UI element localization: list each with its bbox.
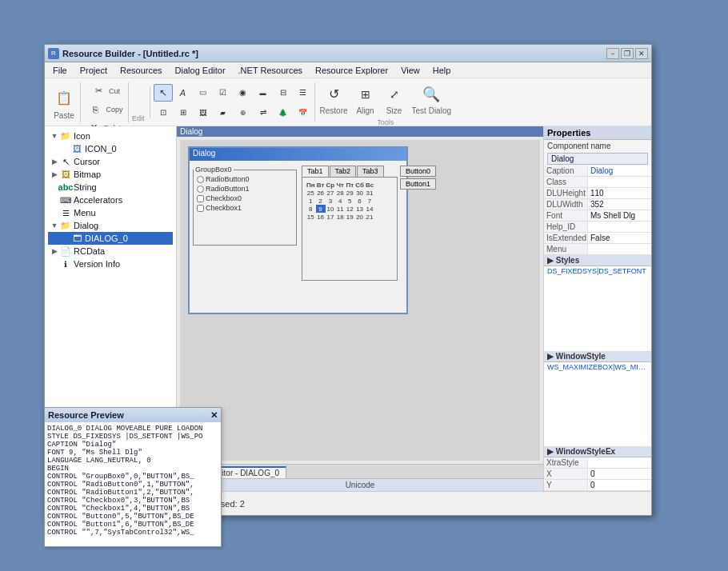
edit-tool[interactable] bbox=[254, 84, 273, 102]
tree-icon-0[interactable]: 🖼 ICON_0 bbox=[48, 142, 173, 155]
date-tool[interactable] bbox=[294, 104, 313, 122]
tree-cursor[interactable]: ▶ ↖ Cursor bbox=[48, 155, 173, 168]
d15[interactable]: 15 bbox=[306, 213, 316, 221]
group-tool[interactable] bbox=[154, 104, 173, 122]
d7[interactable]: 7 bbox=[365, 197, 374, 205]
tab3-hdr[interactable]: Tab3 bbox=[357, 166, 384, 177]
tree-dialog-folder[interactable]: ▼ 📁 Dialog bbox=[48, 219, 173, 232]
radio-tool[interactable] bbox=[234, 84, 253, 102]
close-button[interactable]: ✕ bbox=[635, 48, 648, 59]
d17[interactable]: 17 bbox=[326, 213, 336, 221]
restore-button[interactable]: ❐ bbox=[621, 48, 634, 59]
d9-selected[interactable]: 9 bbox=[316, 205, 326, 213]
d3[interactable]: 3 bbox=[326, 197, 336, 205]
spin-tool[interactable] bbox=[234, 104, 253, 122]
d19[interactable]: 19 bbox=[345, 213, 354, 221]
prog-tool[interactable] bbox=[214, 104, 233, 122]
d31[interactable]: 31 bbox=[365, 189, 374, 197]
check0-input[interactable] bbox=[197, 195, 204, 202]
prop-dluheight-val[interactable]: 110 bbox=[588, 188, 651, 198]
check-tool[interactable] bbox=[214, 84, 233, 102]
menu-resources[interactable]: Resources bbox=[114, 64, 169, 77]
menu-project[interactable]: Project bbox=[74, 64, 114, 77]
d21[interactable]: 21 bbox=[365, 213, 374, 221]
d14[interactable]: 14 bbox=[365, 205, 374, 213]
button1-ctrl[interactable]: Button1 bbox=[400, 178, 436, 190]
list-tool[interactable] bbox=[294, 84, 313, 102]
check1-input[interactable] bbox=[197, 205, 204, 212]
tab-tool[interactable] bbox=[174, 104, 193, 122]
restore-button[interactable]: ↺ bbox=[322, 82, 345, 106]
d25[interactable]: 25 bbox=[306, 189, 316, 197]
d26[interactable]: 26 bbox=[316, 189, 326, 197]
d8[interactable]: 8 bbox=[306, 205, 316, 213]
cursor-tool[interactable] bbox=[154, 84, 173, 102]
button-tool[interactable] bbox=[194, 84, 213, 102]
radio1-input[interactable] bbox=[197, 186, 204, 193]
d28[interactable]: 28 bbox=[335, 189, 345, 197]
tree-version[interactable]: ℹ Version Info bbox=[48, 258, 173, 270]
prop-caption-val[interactable]: Dialog bbox=[588, 166, 651, 176]
groupbox-ctrl[interactable]: GroupBox0 RadioButton0 RadioButton1 bbox=[193, 166, 297, 246]
prop-font-val[interactable]: Ms Shell Dlg bbox=[588, 210, 651, 221]
tree-accel[interactable]: ⌨ Accelerators bbox=[48, 194, 173, 206]
styles-section[interactable]: ▶ Styles bbox=[544, 255, 651, 266]
d16[interactable]: 16 bbox=[316, 213, 326, 221]
tree-dialog-0[interactable]: 🗔 DIALOG_0 bbox=[48, 232, 173, 245]
menu-net-resources[interactable]: .NET Resources bbox=[232, 64, 310, 77]
prop-menu-val[interactable] bbox=[588, 244, 651, 254]
d2[interactable]: 2 bbox=[316, 197, 326, 205]
menu-dialog-editor[interactable]: Dialog Editor bbox=[169, 64, 232, 77]
minimize-button[interactable]: − bbox=[606, 48, 619, 59]
d11[interactable]: 11 bbox=[335, 205, 345, 213]
d12[interactable]: 12 bbox=[345, 205, 354, 213]
tree-bitmap[interactable]: ▶ 🖼 Bitmap bbox=[48, 168, 173, 181]
menu-help[interactable]: Help bbox=[426, 64, 458, 77]
d29[interactable]: 29 bbox=[345, 189, 354, 197]
prop-helpid-val[interactable] bbox=[588, 222, 651, 232]
prop-x-val[interactable]: 0 bbox=[588, 469, 651, 479]
img-tool[interactable] bbox=[194, 104, 213, 122]
size-button[interactable]: ⤢ bbox=[383, 82, 406, 106]
prop-class-val[interactable] bbox=[588, 177, 651, 187]
slider-tool[interactable] bbox=[254, 104, 273, 122]
radio0-input[interactable] bbox=[197, 176, 204, 183]
menu-view[interactable]: View bbox=[394, 64, 426, 77]
tree-string[interactable]: abc String bbox=[48, 181, 173, 194]
d5[interactable]: 5 bbox=[345, 197, 354, 205]
d13[interactable]: 13 bbox=[354, 205, 365, 213]
d27[interactable]: 27 bbox=[326, 189, 336, 197]
paste-button[interactable]: 📋 bbox=[53, 84, 75, 111]
dialog-section-header: Dialog bbox=[177, 126, 543, 137]
align-button[interactable]: ⊞ bbox=[354, 82, 377, 106]
tree-menu[interactable]: ☰ Menu bbox=[48, 206, 173, 219]
button0-ctrl[interactable]: Button0 bbox=[400, 166, 436, 177]
d30[interactable]: 30 bbox=[354, 189, 365, 197]
prop-isextended-val[interactable]: False bbox=[588, 233, 651, 243]
test-dialog-button[interactable]: 🔍 bbox=[416, 82, 446, 106]
d20[interactable]: 20 bbox=[354, 213, 365, 221]
tab1-hdr[interactable]: Tab1 bbox=[302, 166, 329, 177]
copy-button[interactable]: ⎘ bbox=[86, 101, 106, 118]
windowstyleex-section[interactable]: ▶ WindowStyleEx bbox=[544, 446, 651, 457]
menu-resource-explorer[interactable]: Resource Explorer bbox=[309, 64, 394, 77]
d18[interactable]: 18 bbox=[335, 213, 345, 221]
cut-button[interactable]: ✂ bbox=[89, 82, 108, 100]
tree-icon-folder[interactable]: ▼ 📁 Icon bbox=[48, 130, 173, 142]
prop-xtrastyle-val[interactable] bbox=[588, 457, 651, 468]
tab2-hdr[interactable]: Tab2 bbox=[330, 166, 357, 177]
dialog-window[interactable]: Dialog GroupBox0 RadioButton0 RadioBu bbox=[188, 146, 408, 314]
tree-tool[interactable] bbox=[274, 104, 293, 122]
menu-file[interactable]: File bbox=[46, 64, 74, 77]
prop-dluwidth-val[interactable]: 352 bbox=[588, 199, 651, 210]
prop-y-val[interactable]: 0 bbox=[588, 480, 651, 490]
d4[interactable]: 4 bbox=[335, 197, 345, 205]
d6[interactable]: 6 bbox=[354, 197, 365, 205]
text-tool[interactable] bbox=[174, 84, 193, 102]
combo-tool[interactable] bbox=[274, 84, 293, 102]
tree-rcdata[interactable]: ▶ 📄 RCData bbox=[48, 245, 173, 258]
windowstyle-section[interactable]: ▶ WindowStyle bbox=[544, 351, 651, 362]
preview-close-button[interactable]: ✕ bbox=[210, 410, 218, 421]
d1[interactable]: 1 bbox=[306, 197, 316, 205]
d10[interactable]: 10 bbox=[326, 205, 336, 213]
